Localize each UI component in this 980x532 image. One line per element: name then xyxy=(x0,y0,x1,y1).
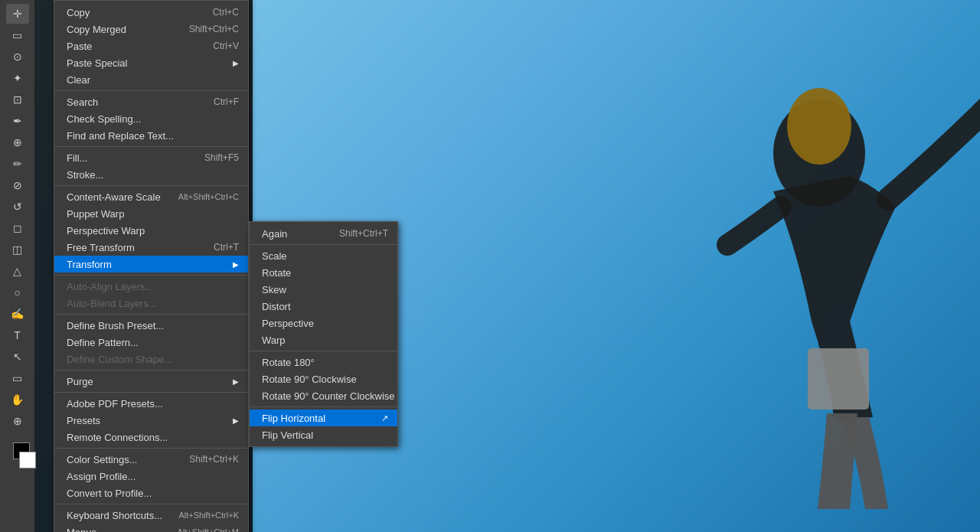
background-figure xyxy=(444,0,980,532)
menu-item-perspective-warp[interactable]: Perspective Warp xyxy=(54,222,248,239)
submenu-item-skew[interactable]: Skew xyxy=(250,281,397,298)
tool-zoom[interactable]: ⊕ xyxy=(6,411,29,431)
submenu-item-flip-horizontal[interactable]: Flip Horizontal ↗ xyxy=(250,410,397,426)
submenu-separator-2 xyxy=(250,351,397,351)
menu-item-presets[interactable]: Presets ▶ xyxy=(54,412,248,429)
svg-rect-2 xyxy=(808,348,869,410)
menu-item-copy[interactable]: Copy Ctrl+C xyxy=(54,4,248,21)
submenu-item-perspective[interactable]: Perspective xyxy=(250,315,397,331)
menu-item-stroke[interactable]: Stroke... xyxy=(54,166,248,183)
menu-item-purge[interactable]: Purge ▶ xyxy=(54,373,248,390)
svg-point-1 xyxy=(787,88,851,165)
tool-healing[interactable]: ⊕ xyxy=(6,132,29,152)
submenu-item-distort[interactable]: Distort xyxy=(250,298,397,315)
tool-hand[interactable]: ✋ xyxy=(6,390,29,410)
menu-item-convert-to-profile[interactable]: Convert to Profile... xyxy=(54,485,248,501)
menu-item-puppet-warp[interactable]: Puppet Warp xyxy=(54,205,248,222)
menu-item-remote-connections[interactable]: Remote Connections... xyxy=(54,429,248,446)
separator-3 xyxy=(54,185,248,186)
menu-item-color-settings[interactable]: Color Settings... Shift+Ctrl+K xyxy=(54,451,248,468)
submenu-item-flip-vertical[interactable]: Flip Vertical xyxy=(250,426,397,443)
submenu-item-warp[interactable]: Warp xyxy=(250,331,397,348)
cursor-indicator: ↗ xyxy=(381,413,388,423)
tool-dodge[interactable]: ○ xyxy=(6,282,29,302)
separator-5 xyxy=(54,314,248,315)
tool-eraser[interactable]: ◻ xyxy=(6,218,29,238)
menu-item-keyboard-shortcuts[interactable]: Keyboard Shortcuts... Alt+Shift+Ctrl+K xyxy=(54,507,248,524)
separator-2 xyxy=(54,146,248,147)
menu-item-find-replace[interactable]: Find and Replace Text... xyxy=(54,127,248,144)
menu-item-menus[interactable]: Menus... Alt+Shift+Ctrl+M xyxy=(54,524,248,532)
tool-text[interactable]: T xyxy=(6,325,29,345)
tool-clone[interactable]: ⊘ xyxy=(6,175,29,195)
tool-shape[interactable]: ▭ xyxy=(6,368,29,388)
submenu-item-scale[interactable]: Scale xyxy=(250,247,397,264)
tool-gradient[interactable]: ◫ xyxy=(6,240,29,259)
tool-move[interactable]: ✛ xyxy=(6,4,29,24)
tool-brush[interactable]: ✏ xyxy=(6,154,29,174)
menu-item-copy-merged[interactable]: Copy Merged Shift+Ctrl+C xyxy=(54,21,248,38)
tool-path-select[interactable]: ↖ xyxy=(6,347,29,367)
menu-item-clear[interactable]: Clear xyxy=(54,71,248,88)
submenu-item-rotate-180[interactable]: Rotate 180° xyxy=(250,354,397,370)
menu-item-define-custom-shape: Define Custom Shape... xyxy=(54,351,248,367)
menu-item-fill[interactable]: Fill... Shift+F5 xyxy=(54,149,248,166)
submenu-separator-1 xyxy=(250,244,397,245)
separator-4 xyxy=(54,275,248,276)
menu-item-check-spelling[interactable]: Check Spelling... xyxy=(54,110,248,127)
menu-item-content-aware-scale[interactable]: Content-Aware Scale Alt+Shift+Ctrl+C xyxy=(54,188,248,205)
tool-quick-select[interactable]: ✦ xyxy=(6,68,29,88)
tool-marquee[interactable]: ▭ xyxy=(6,25,29,45)
menu-item-paste-special[interactable]: Paste Special ▶ xyxy=(54,54,248,71)
submenu-item-rotate-90-ccw[interactable]: Rotate 90° Counter Clockwise xyxy=(250,387,397,404)
tool-history-brush[interactable]: ↺ xyxy=(6,197,29,217)
separator-8 xyxy=(54,448,248,449)
menu-item-assign-profile[interactable]: Assign Profile... xyxy=(54,468,248,485)
menu-item-paste[interactable]: Paste Ctrl+V xyxy=(54,38,248,54)
tool-lasso[interactable]: ⊙ xyxy=(6,47,29,67)
transform-submenu: Again Shift+Ctrl+T Scale Rotate Skew Dis… xyxy=(249,221,398,447)
submenu-item-rotate-90-cw[interactable]: Rotate 90° Clockwise xyxy=(250,370,397,387)
left-toolbar: ✛ ▭ ⊙ ✦ ⊡ ✒ ⊕ ✏ ⊘ ↺ ◻ ◫ △ ○ ✍ T ↖ ▭ ✋ ⊕ xyxy=(0,0,34,532)
separator-6 xyxy=(54,370,248,370)
context-menu: Copy Ctrl+C Copy Merged Shift+Ctrl+C Pas… xyxy=(54,0,249,532)
separator-9 xyxy=(54,504,248,504)
menu-item-adobe-pdf-presets[interactable]: Adobe PDF Presets... xyxy=(54,395,248,412)
menu-item-auto-blend: Auto-Blend Layers... xyxy=(54,295,248,312)
menu-item-define-pattern[interactable]: Define Pattern... xyxy=(54,334,248,351)
background-color[interactable] xyxy=(19,452,36,468)
menu-item-define-brush[interactable]: Define Brush Preset... xyxy=(54,317,248,334)
tool-crop[interactable]: ⊡ xyxy=(6,90,29,109)
menu-item-auto-align: Auto-Align Layers... xyxy=(54,278,248,295)
tool-eyedropper[interactable]: ✒ xyxy=(6,111,29,131)
separator-7 xyxy=(54,392,248,393)
menu-item-transform[interactable]: Transform ▶ xyxy=(54,256,248,273)
submenu-item-rotate[interactable]: Rotate xyxy=(250,264,397,281)
submenu-separator-3 xyxy=(250,406,397,407)
submenu-item-again[interactable]: Again Shift+Ctrl+T xyxy=(250,225,397,242)
menu-item-search[interactable]: Search Ctrl+F xyxy=(54,93,248,110)
tool-pen[interactable]: ✍ xyxy=(6,304,29,324)
separator-1 xyxy=(54,90,248,91)
tool-blur[interactable]: △ xyxy=(6,261,29,281)
menu-item-free-transform[interactable]: Free Transform Ctrl+T xyxy=(54,239,248,256)
